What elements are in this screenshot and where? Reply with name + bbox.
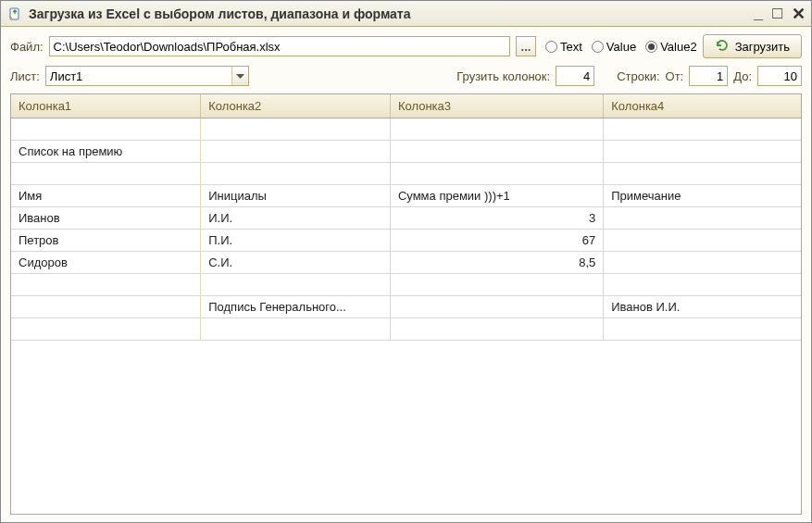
table-cell[interactable]: 8,5 [390,252,603,274]
col-header-2[interactable]: Колонка2 [201,94,391,118]
table-cell[interactable] [604,252,801,274]
col-header-1[interactable]: Колонка1 [11,94,201,118]
table-cell[interactable] [201,163,391,185]
table-cell[interactable]: Петров [11,230,201,252]
table-row[interactable]: ПетровП.И.67 [11,230,801,252]
table-row[interactable]: Подпись Генерального...Иванов И.И. [11,296,801,318]
table-cell[interactable]: Сумма премии )))+1 [390,185,603,207]
data-table: Колонка1 Колонка2 Колонка3 Колонка4 Спис… [11,94,801,341]
radio-text[interactable]: Text [545,40,582,54]
app-icon [6,6,23,22]
table-cell[interactable] [201,141,391,163]
table-cell[interactable]: 3 [390,207,603,230]
table-cell[interactable]: Подпись Генерального... [201,296,391,318]
table-cell[interactable]: Примечание [604,185,801,207]
table-cell[interactable] [201,118,391,141]
radio-value2[interactable]: Value2 [645,40,697,54]
data-table-wrap: Колонка1 Колонка2 Колонка3 Колонка4 Спис… [10,93,802,515]
table-cell[interactable]: Инициалы [201,185,391,207]
table-cell[interactable] [11,163,201,185]
refresh-icon [715,38,730,56]
file-path-input[interactable] [49,36,510,56]
table-row[interactable] [11,318,801,341]
table-cell[interactable] [390,118,603,141]
table-cell[interactable] [201,318,391,341]
columns-input[interactable] [556,66,594,86]
sheet-label: Лист: [10,69,40,83]
radio-icon [592,41,604,53]
radio-value[interactable]: Value [592,40,636,54]
chevron-down-icon [231,67,248,85]
table-row[interactable]: СидоровС.И.8,5 [11,252,801,274]
file-label: Файл: [10,40,44,54]
load-button[interactable]: Загрузить [703,34,802,58]
table-cell[interactable]: С.И. [201,252,391,274]
table-cell[interactable]: Сидоров [11,252,201,274]
sheet-select-value: Лист1 [46,69,231,83]
to-label: До: [733,69,752,83]
maximize-button[interactable]: □ [772,4,782,24]
table-cell[interactable] [604,230,801,252]
columns-label: Грузить колонок: [456,69,550,83]
browse-button[interactable]: ... [516,36,536,56]
table-cell[interactable] [604,163,801,185]
col-header-4[interactable]: Колонка4 [604,94,801,118]
table-header-row: Колонка1 Колонка2 Колонка3 Колонка4 [11,94,801,118]
titlebar: Загрузка из Excel с выбором листов, диап… [1,1,811,27]
table-cell[interactable] [390,163,603,185]
table-cell[interactable]: Иванов И.И. [604,296,801,318]
rows-from-input[interactable] [689,66,728,86]
table-cell[interactable] [11,118,201,141]
table-cell[interactable] [390,296,603,318]
sheet-select[interactable]: Лист1 [45,66,249,86]
table-cell[interactable] [11,296,201,318]
minimize-button[interactable]: _ [754,4,763,24]
radio-icon [545,41,557,53]
table-cell[interactable] [11,274,201,296]
table-cell[interactable] [604,318,801,341]
table-cell[interactable]: 67 [390,230,603,252]
table-cell[interactable]: Иванов [11,207,201,230]
table-row[interactable]: ИмяИнициалыСумма премии )))+1Примечание [11,185,801,207]
table-cell[interactable] [11,318,201,341]
table-cell[interactable]: И.И. [201,207,391,230]
table-cell[interactable] [390,274,603,296]
col-header-3[interactable]: Колонка3 [390,94,603,118]
table-cell[interactable]: П.И. [201,230,391,252]
table-cell[interactable] [604,141,801,163]
from-label: От: [666,69,684,83]
table-row[interactable]: Список на премию [11,141,801,163]
table-cell[interactable] [390,141,603,163]
table-cell[interactable] [201,274,391,296]
table-cell[interactable] [604,274,801,296]
rows-label: Строки: [617,69,659,83]
table-cell[interactable]: Имя [11,185,201,207]
window-title: Загрузка из Excel с выбором листов, диап… [29,6,411,21]
radio-icon [645,41,657,53]
table-cell[interactable] [604,207,801,230]
table-row[interactable] [11,118,801,141]
table-row[interactable]: ИвановИ.И.3 [11,207,801,230]
table-cell[interactable] [390,318,603,341]
table-cell[interactable] [604,118,801,141]
table-row[interactable] [11,163,801,185]
table-row[interactable] [11,274,801,296]
rows-to-input[interactable] [757,66,802,86]
format-radio-group: Text Value Value2 [545,40,697,54]
table-cell[interactable]: Список на премию [11,141,201,163]
close-button[interactable]: ✕ [792,4,806,24]
